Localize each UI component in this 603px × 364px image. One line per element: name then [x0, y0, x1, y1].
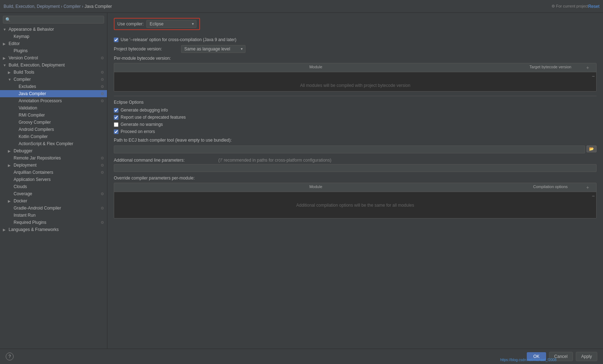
sidebar-item-clouds[interactable]: Clouds — [0, 183, 107, 190]
sidebar-item-appearance[interactable]: ▼Appearance & Behavior — [0, 26, 107, 33]
breadcrumb-part1: Build, Execution, Deployment — [4, 4, 60, 9]
sidebar-item-annotation-processors[interactable]: Annotation Processors⚙ — [0, 97, 107, 104]
use-compiler-row: Use compiler: EclipseJavacJikes — [114, 18, 200, 30]
gear-icon-arquillian: ⚙ — [101, 170, 104, 175]
sidebar-label-plugins: Plugins — [13, 48, 104, 53]
option-row-gen-no-warnings: Generate no warnings — [114, 122, 597, 127]
sidebar-label-deployment: Deployment — [13, 163, 99, 168]
override-table-header: Module Compilation options + — [114, 183, 596, 192]
gear-icon-gradle-android: ⚙ — [101, 206, 104, 211]
sidebar-label-excludes: Excludes — [18, 84, 99, 89]
sidebar-item-excludes[interactable]: Excludes⚙ — [0, 83, 107, 90]
sidebar-item-actionscript[interactable]: ActionScript & Flex Compiler — [0, 140, 107, 147]
add-override-button[interactable]: + — [586, 185, 593, 190]
sidebar-item-languages[interactable]: ▶Languages & Frameworks — [0, 226, 107, 233]
help-button[interactable]: ? — [6, 353, 14, 360]
compiler-select[interactable]: EclipseJavacJikes — [146, 20, 196, 28]
sidebar-item-compiler[interactable]: ▼Compiler⚙ — [0, 76, 107, 83]
sidebar-item-instant-run[interactable]: Instant Run — [0, 212, 107, 219]
sidebar-item-coverage[interactable]: Coverage⚙ — [0, 190, 107, 197]
search-box[interactable] — [3, 16, 104, 24]
sidebar-item-deployment[interactable]: ▶Deployment⚙ — [0, 162, 107, 169]
sidebar-label-annotation-processors: Annotation Processors — [18, 98, 99, 103]
reset-button[interactable]: Reset — [588, 4, 599, 9]
checkbox-report-deprecated[interactable] — [114, 115, 118, 120]
sidebar-item-plugins[interactable]: Plugins — [0, 47, 107, 54]
arrow-icon-docker: ▶ — [8, 199, 13, 203]
label-proceed-errors: Proceed on errors — [121, 129, 155, 134]
sidebar-item-rmi-compiler[interactable]: RMI Compiler — [0, 112, 107, 119]
ecj-browse-button[interactable]: 📂 — [587, 146, 597, 152]
gear-icon-coverage: ⚙ — [101, 192, 104, 196]
sidebar-item-groovy-compiler[interactable]: Groovy Compiler — [0, 119, 107, 126]
checkbox-gen-debug[interactable] — [114, 108, 118, 113]
per-module-empty-msg: All modules will be compiled with projec… — [114, 72, 596, 99]
bytecode-version-select-wrapper[interactable]: Same as language level1.81117 — [181, 45, 245, 53]
gear-icon-remote-jar: ⚙ — [101, 156, 104, 161]
sidebar-label-docker: Docker — [13, 198, 104, 203]
bytecode-version-label: Project bytecode version: — [114, 46, 178, 51]
gear-icon-version-control: ⚙ — [101, 56, 104, 60]
sidebar-item-remote-jar[interactable]: Remote Jar Repositories⚙ — [0, 154, 107, 162]
sidebar-item-kotlin-compiler[interactable]: Kotlin Compiler — [0, 133, 107, 140]
sidebar-label-clouds: Clouds — [13, 184, 104, 189]
breadcrumb-part3: Java Compiler — [84, 4, 112, 9]
cmd-params-input[interactable] — [114, 164, 597, 172]
search-input[interactable] — [5, 17, 102, 22]
cmd-params-note: ('/' recommended in paths for cross-plat… — [218, 156, 331, 163]
ecj-path-label: Path to ECJ batch compiler tool (leave e… — [114, 138, 597, 143]
gear-icon-deployment: ⚙ — [101, 163, 104, 168]
gear-icon-build-tools: ⚙ — [101, 70, 104, 75]
remove-override-button[interactable]: − — [592, 193, 595, 199]
bytecode-version-row: Project bytecode version: Same as langua… — [114, 45, 597, 53]
arrow-icon-version-control: ▶ — [3, 56, 8, 60]
sidebar-item-gradle-android[interactable]: Gradle-Android Compiler⚙ — [0, 205, 107, 212]
sidebar-item-keymap[interactable]: Keymap — [0, 33, 107, 40]
ecj-path-input[interactable] — [114, 146, 585, 153]
sidebar-item-required-plugins[interactable]: Required Plugins⚙ — [0, 219, 107, 226]
arrow-icon-build-tools: ▶ — [8, 70, 13, 74]
checkbox-proceed-errors[interactable] — [114, 129, 118, 134]
sidebar-label-languages: Languages & Frameworks — [8, 227, 104, 232]
arrow-icon-appearance: ▼ — [3, 28, 8, 31]
sidebar-label-android-compilers: Android Compilers — [18, 127, 104, 132]
add-module-button[interactable]: + — [586, 65, 593, 70]
sidebar-item-java-compiler[interactable]: Java Compiler⚙ — [0, 90, 107, 97]
gear-icon-excludes: ⚙ — [101, 84, 104, 89]
ok-button[interactable]: OK — [527, 352, 546, 361]
sidebar-item-android-compilers[interactable]: Android Compilers — [0, 126, 107, 133]
arrow-icon-debugger: ▶ — [8, 149, 13, 153]
breadcrumb-part2: Compiler — [63, 4, 81, 9]
sidebar-item-editor[interactable]: ▶Editor — [0, 40, 107, 47]
cmd-params-label: Additional command line parameters: — [114, 156, 214, 163]
label-report-deprecated: Report use of deprecated features — [121, 115, 186, 120]
top-bar: Build, Execution, Deployment › Compiler … — [0, 0, 603, 13]
sidebar-label-editor: Editor — [8, 41, 104, 46]
sidebar-label-kotlin-compiler: Kotlin Compiler — [18, 134, 104, 139]
sidebar-label-version-control: Version Control — [8, 55, 99, 60]
sidebar-item-build-tools[interactable]: ▶Build Tools⚙ — [0, 69, 107, 76]
content-panel: Use compiler: EclipseJavacJikes Use '--r… — [107, 13, 603, 349]
bytecode-version-select[interactable]: Same as language level1.81117 — [181, 45, 245, 53]
sidebar-item-arquillian[interactable]: Arquillian Containers⚙ — [0, 169, 107, 176]
arrow-icon-compiler: ▼ — [8, 78, 13, 82]
sidebar-item-debugger[interactable]: ▶Debugger — [0, 147, 107, 154]
apply-button[interactable]: Apply — [576, 352, 597, 361]
cross-compile-checkbox[interactable] — [114, 38, 118, 42]
sidebar-label-groovy-compiler: Groovy Compiler — [18, 120, 104, 125]
sidebar-item-validation[interactable]: Validation — [0, 104, 107, 112]
compiler-select-wrapper[interactable]: EclipseJavacJikes — [146, 20, 196, 28]
arrow-icon-deployment: ▶ — [8, 163, 13, 167]
sidebar-item-build-exec[interactable]: ▼Build, Execution, Deployment — [0, 62, 107, 69]
checkbox-gen-no-warnings[interactable] — [114, 122, 118, 127]
option-row-report-deprecated: Report use of deprecated features — [114, 115, 597, 120]
sidebar-item-docker[interactable]: ▶Docker — [0, 197, 107, 205]
cancel-button[interactable]: Cancel — [549, 352, 573, 361]
cmd-params-row: Additional command line parameters: ('/'… — [114, 156, 597, 172]
sidebar-label-app-servers: Application Servers — [13, 177, 104, 182]
sidebar-item-app-servers[interactable]: Application Servers — [0, 176, 107, 183]
sidebar-label-actionscript: ActionScript & Flex Compiler — [18, 141, 104, 146]
sidebar-item-version-control[interactable]: ▶Version Control⚙ — [0, 54, 107, 62]
remove-module-button[interactable]: − — [592, 73, 595, 79]
cmd-params-labels: Additional command line parameters: ('/'… — [114, 156, 597, 163]
